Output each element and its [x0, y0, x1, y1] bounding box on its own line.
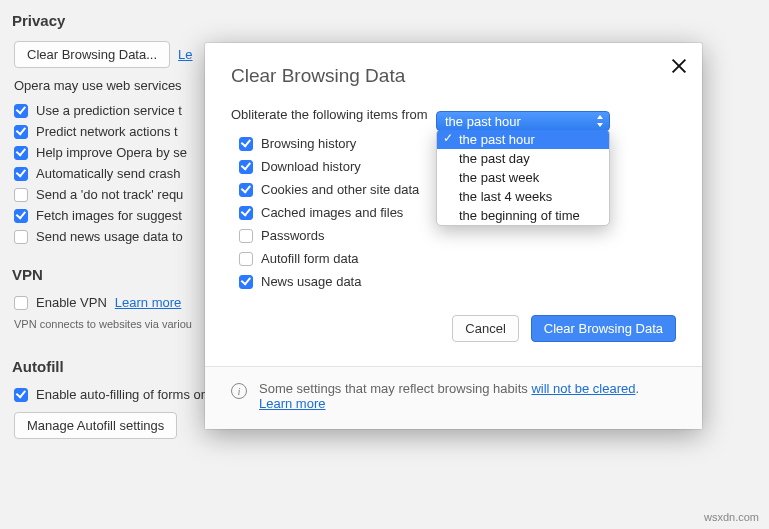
cancel-button[interactable]: Cancel [452, 315, 518, 342]
time-range-option[interactable]: the past week [437, 168, 609, 187]
privacy-option-label: Send news usage data to [36, 229, 183, 244]
footer-text: Some settings that may reflect browsing … [259, 381, 531, 396]
privacy-option-label: Send a 'do not track' requ [36, 187, 183, 202]
privacy-option-checkbox[interactable] [14, 104, 28, 118]
privacy-option-checkbox[interactable] [14, 146, 28, 160]
enable-vpn-label: Enable VPN [36, 295, 107, 310]
info-icon: i [231, 383, 247, 399]
privacy-option-label: Predict network actions t [36, 124, 178, 139]
enable-vpn-checkbox[interactable] [14, 296, 28, 310]
clear-item-label: Download history [261, 159, 361, 174]
privacy-option-label: Help improve Opera by se [36, 145, 187, 160]
privacy-option-checkbox[interactable] [14, 209, 28, 223]
clear-item-checkbox[interactable] [239, 275, 253, 289]
clear-item-label: News usage data [261, 274, 361, 289]
privacy-option-checkbox[interactable] [14, 230, 28, 244]
privacy-option-checkbox[interactable] [14, 125, 28, 139]
time-range-option[interactable]: the past hour [437, 130, 609, 149]
time-range-option[interactable]: the beginning of time [437, 206, 609, 225]
clear-item-label: Cached images and files [261, 205, 403, 220]
dialog-title: Clear Browsing Data [231, 65, 676, 87]
footer-dot: . [635, 381, 639, 396]
privacy-option-checkbox[interactable] [14, 188, 28, 202]
section-heading-privacy: Privacy [12, 12, 757, 29]
learn-more-link-truncated[interactable]: Le [178, 47, 192, 62]
clear-browsing-data-button[interactable]: Clear Browsing Data... [14, 41, 170, 68]
clear-item-row: News usage data [239, 274, 676, 289]
vpn-learn-more-link[interactable]: Learn more [115, 295, 181, 310]
watermark: wsxdn.com [704, 511, 759, 523]
footer-learn-more-link[interactable]: Learn more [259, 396, 325, 411]
privacy-option-label: Fetch images for suggest [36, 208, 182, 223]
clear-item-checkbox[interactable] [239, 229, 253, 243]
clear-item-checkbox[interactable] [239, 206, 253, 220]
privacy-option-checkbox[interactable] [14, 167, 28, 181]
clear-item-checkbox[interactable] [239, 183, 253, 197]
footer-not-cleared-link[interactable]: will not be cleared [531, 381, 635, 396]
enable-autofill-checkbox[interactable] [14, 388, 28, 402]
time-range-option[interactable]: the last 4 weeks [437, 187, 609, 206]
privacy-option-label: Automatically send crash [36, 166, 181, 181]
time-range-select[interactable]: the past hour [436, 111, 610, 131]
clear-browsing-data-confirm-button[interactable]: Clear Browsing Data [531, 315, 676, 342]
time-range-options: the past hourthe past daythe past weekth… [436, 129, 610, 226]
close-icon[interactable] [670, 57, 688, 75]
clear-item-row: Passwords [239, 228, 676, 243]
clear-item-label: Passwords [261, 228, 325, 243]
clear-item-label: Autofill form data [261, 251, 359, 266]
privacy-option-label: Use a prediction service t [36, 103, 182, 118]
time-range-selected-value: the past hour [445, 114, 521, 129]
clear-item-label: Cookies and other site data [261, 182, 419, 197]
clear-browsing-data-dialog: Clear Browsing Data Obliterate the follo… [205, 43, 702, 429]
manage-autofill-button[interactable]: Manage Autofill settings [14, 412, 177, 439]
clear-item-label: Browsing history [261, 136, 356, 151]
clear-item-checkbox[interactable] [239, 137, 253, 151]
time-range-option[interactable]: the past day [437, 149, 609, 168]
clear-item-checkbox[interactable] [239, 252, 253, 266]
clear-item-checkbox[interactable] [239, 160, 253, 174]
clear-item-row: Autofill form data [239, 251, 676, 266]
